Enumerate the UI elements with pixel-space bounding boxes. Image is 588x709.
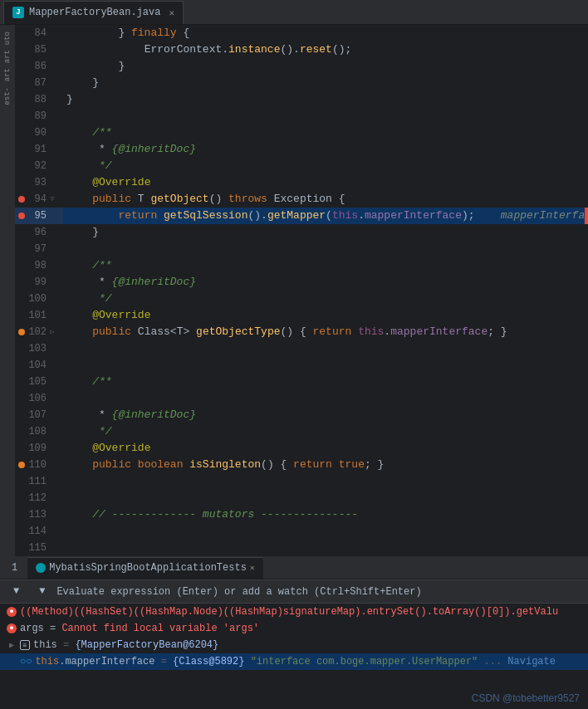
code-content-109: @Override <box>63 440 588 457</box>
sidebar-label-4: est- <box>4 87 12 105</box>
watermark: CSDN @tobebetter9527 <box>472 692 580 704</box>
code-content-92: */ <box>63 158 588 174</box>
error-icon-2: ● <box>7 623 17 633</box>
gutter-89: 89 <box>15 108 63 125</box>
bottom-tab-bar: 1 MybatisSpringBootApplicationTests ✕ <box>0 556 588 579</box>
debug-row-error1[interactable]: ● ((Method)((HashSet)((HashMap.Node)((Ha… <box>0 604 588 620</box>
editor-area: uto art art est- 84 } finally { 85 <box>0 25 588 556</box>
code-line-103: 103 <box>15 340 588 357</box>
bp-113 <box>18 511 25 518</box>
gutter-100: 100 <box>15 291 63 307</box>
gutter-102: 102 ▷ <box>15 324 63 340</box>
code-content-98: /** <box>63 257 588 274</box>
code-content-97 <box>63 241 588 257</box>
gutter-85: 85 <box>15 42 63 58</box>
gutter-93: 93 <box>15 174 63 191</box>
bp-106 <box>18 395 25 402</box>
bottom-tab-mybatis[interactable]: MybatisSpringBootApplicationTests ✕ <box>27 557 263 579</box>
bp-111 <box>18 478 25 485</box>
bp-115 <box>18 545 25 551</box>
bp-90 <box>18 130 25 136</box>
debug-row-mapper-interface[interactable]: ○○ this.mapperInterface = {Class@5892} "… <box>0 653 588 670</box>
code-content-90: /** <box>63 125 588 141</box>
code-content-104 <box>63 357 588 374</box>
debug-row-error2[interactable]: ● args = Cannot find local variable 'arg… <box>0 620 588 637</box>
gutter-115: 115 <box>15 540 63 556</box>
code-content-94: public T getObject() throws Exception { <box>63 191 588 208</box>
code-content-99: * {@inheritDoc} <box>63 274 588 291</box>
code-line-98: 98 /** <box>15 257 588 274</box>
code-content-111 <box>63 473 588 490</box>
gutter-111: 111 <box>15 473 63 490</box>
code-content-93: @Override <box>63 174 588 191</box>
gutter-99: 99 <box>15 274 63 291</box>
tab-mapper-factory-bean[interactable]: J MapperFactoryBean.java ✕ <box>3 1 184 24</box>
bp-103 <box>18 345 25 352</box>
code-line-113: 113 // ------------- mutators ----------… <box>15 506 588 523</box>
bp-87 <box>18 80 25 86</box>
left-sidebar: uto art art est- <box>0 25 15 556</box>
bottom-tab-mybatis-label: MybatisSpringBootApplicationTests <box>49 562 247 574</box>
code-content-105: /** <box>63 374 588 390</box>
gutter-106: 106 <box>15 390 63 407</box>
bp-97 <box>18 246 25 252</box>
code-line-86: 86 } <box>15 58 588 75</box>
code-line-89: 89 <box>15 108 588 125</box>
debug-row4-text: this.mapperInterface = {Class@5892} "int… <box>35 656 556 667</box>
code-line-106: 106 <box>15 390 588 407</box>
gutter-95: 95 <box>15 208 63 224</box>
tab-close-icon[interactable]: ✕ <box>169 7 174 18</box>
code-line-96: 96 } <box>15 224 588 241</box>
bp-84 <box>18 30 25 37</box>
bp-108 <box>18 428 25 435</box>
code-line-91: 91 * {@inheritDoc} <box>15 141 588 158</box>
code-content-85: ErrorContext.instance().reset(); <box>63 42 588 58</box>
code-content-107: * {@inheritDoc} <box>63 407 588 423</box>
watch-icon: ○○ <box>20 656 32 667</box>
bp-92 <box>18 163 25 169</box>
sidebar-label-3: art <box>4 68 12 81</box>
debug-expression-hint[interactable]: Evaluate expression (Enter) or add a wat… <box>56 586 581 598</box>
code-line-88: 88 } <box>15 91 588 108</box>
debug-row-this[interactable]: ▶ ≡ this = {MapperFactoryBean@6204} <box>0 637 588 653</box>
code-line-102: 102 ▷ public Class<T> getObjectType() { … <box>15 324 588 340</box>
code-line-104: 104 <box>15 357 588 374</box>
var-icon-this: ≡ <box>20 640 30 650</box>
gutter-92: 92 <box>15 158 63 174</box>
code-line-115: 115 <box>15 540 588 556</box>
code-line-105: 105 /** <box>15 374 588 390</box>
sidebar-label-2: art <box>4 50 12 63</box>
code-content-102: public Class<T> getObjectType() { return… <box>63 324 588 340</box>
bp-110 <box>18 462 25 468</box>
code-content-84: } finally { <box>63 25 588 42</box>
gutter-94: 94 ▽ <box>15 191 63 208</box>
debug-row3-text: this = {MapperFactoryBean@6204} <box>33 639 218 651</box>
bp-86 <box>18 63 25 70</box>
gutter-110: 110 <box>15 457 63 473</box>
filter-icon[interactable]: ▼ <box>7 580 26 604</box>
code-line-100: 100 */ <box>15 291 588 307</box>
java-file-icon: J <box>12 7 24 18</box>
gutter-109: 109 <box>15 440 63 457</box>
code-line-92: 92 */ <box>15 158 588 174</box>
bp-99 <box>18 279 25 286</box>
code-content-112 <box>63 490 588 506</box>
gutter-107: 107 <box>15 407 63 423</box>
code-line-93: 93 @Override <box>15 174 588 191</box>
debug-row1-text: ((Method)((HashSet)((HashMap.Node)((Hash… <box>20 606 558 618</box>
more-icon[interactable]: ▼ <box>32 580 51 604</box>
code-line-110: 110 public boolean isSingleton() { retur… <box>15 457 588 473</box>
code-content-108: */ <box>63 423 588 440</box>
gutter-113: 113 <box>15 506 63 523</box>
code-line-90: 90 /** <box>15 125 588 141</box>
code-content-110: public boolean isSingleton() { return tr… <box>63 457 588 473</box>
mybatis-tab-close[interactable]: ✕ <box>250 563 255 573</box>
code-content-114 <box>63 523 588 540</box>
code-content-115 <box>63 540 588 556</box>
code-line-94: 94 ▽ public T getObject() throws Excepti… <box>15 191 588 208</box>
bottom-tab-1[interactable]: 1 <box>3 557 26 579</box>
gutter-84: 84 <box>15 25 63 42</box>
bp-85 <box>18 46 25 53</box>
code-content-95: return getSqlSession().getMapper(this.ma… <box>63 208 588 224</box>
bp-102 <box>18 329 25 335</box>
